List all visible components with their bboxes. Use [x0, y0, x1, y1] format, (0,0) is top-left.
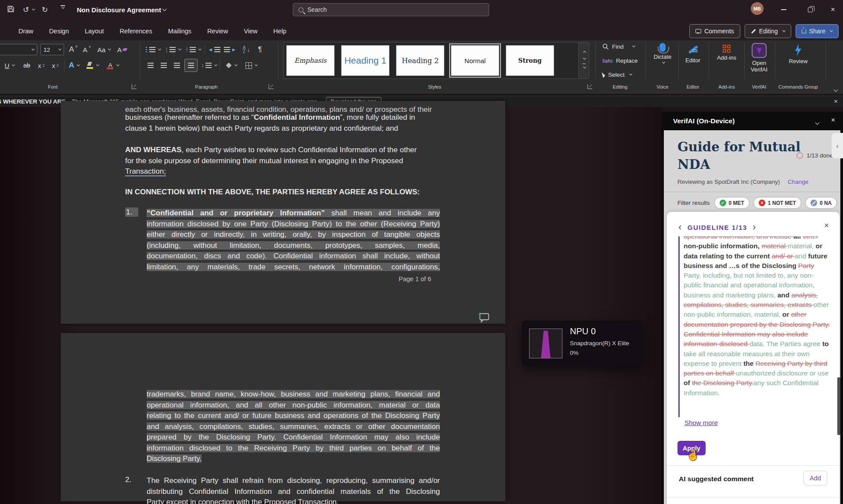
tab-draw[interactable]: Draw: [12, 25, 40, 37]
chevron-down-icon: [77, 63, 80, 66]
numbering-button[interactable]: 123: [165, 44, 182, 55]
divider: [667, 465, 839, 466]
document-page-1[interactable]: each other's business, assets, financial…: [61, 101, 505, 324]
font-color-button[interactable]: A: [104, 60, 121, 71]
restore-button[interactable]: [800, 0, 820, 19]
clear-formatting-button[interactable]: A: [115, 44, 129, 55]
tab-review[interactable]: Review: [201, 25, 234, 37]
shrink-font-button[interactable]: A˅: [81, 44, 93, 55]
editing-mode-button[interactable]: Editing: [745, 24, 791, 38]
panel-close-icon[interactable]: ×: [831, 116, 835, 124]
prev-guideline-icon[interactable]: ‹: [678, 222, 682, 233]
shading-button[interactable]: [223, 60, 240, 71]
next-guideline-icon[interactable]: ›: [753, 222, 757, 233]
undo-button[interactable]: ↺: [23, 5, 35, 14]
panel-expand-tab[interactable]: ‹: [832, 133, 843, 158]
paragraph-dialog-launcher[interactable]: [269, 84, 274, 89]
panel-collapse-chevron-icon[interactable]: [814, 119, 819, 127]
show-formatting-button[interactable]: ¶: [255, 44, 265, 55]
add-comment-icon[interactable]: [477, 311, 490, 323]
highlight-color-button[interactable]: [84, 60, 101, 71]
tab-help[interactable]: Help: [267, 25, 293, 37]
borders-button[interactable]: [242, 60, 260, 71]
align-right-button[interactable]: [171, 60, 183, 71]
tab-layout[interactable]: Layout: [79, 25, 110, 37]
increase-indent-button[interactable]: ►: [223, 44, 237, 55]
document-page-2[interactable]: trademarks, brand name, know-how, busine…: [61, 333, 505, 501]
multilevel-list-icon: 1ai: [186, 47, 188, 52]
style-card-emphasis[interactable]: Emphasis: [286, 45, 335, 76]
styles-dialog-launcher[interactable]: [587, 84, 592, 89]
align-center-button[interactable]: [158, 60, 169, 71]
document-canvas[interactable]: each other's business, assets, financial…: [0, 107, 661, 504]
filter-pill-met[interactable]: ✓0 MET: [714, 197, 749, 209]
diff-segment-norm: of: [684, 379, 692, 386]
styles-gallery-more-button[interactable]: [578, 43, 589, 79]
minimize-button[interactable]: [774, 0, 794, 19]
subscript-button[interactable]: x2: [35, 60, 47, 71]
line-spacing-button[interactable]: ↕: [200, 60, 218, 71]
save-button[interactable]: [7, 5, 14, 13]
overflow-icon: [61, 5, 65, 9]
comments-button[interactable]: Comments: [689, 24, 740, 38]
diff-segment-del: other: [803, 236, 818, 240]
diff-segment-norm: the: [743, 360, 756, 367]
text-effects-button[interactable]: A: [67, 60, 82, 71]
tab-view[interactable]: View: [238, 25, 263, 37]
quick-access-overflow-button[interactable]: [61, 5, 65, 9]
undo-icon: ↺: [23, 5, 29, 14]
tab-mailings[interactable]: Mailings: [162, 25, 198, 37]
share-button[interactable]: Share: [796, 24, 839, 38]
dictate-button[interactable]: Dictate: [650, 43, 675, 64]
filter-pill-notmet[interactable]: ×1 NOT MET: [753, 197, 801, 209]
style-card-heading-2[interactable]: Heading 2: [396, 45, 444, 76]
change-link[interactable]: Change: [788, 179, 808, 185]
justify-button[interactable]: [184, 59, 198, 72]
font-size-combobox[interactable]: 12: [40, 44, 64, 55]
diff-segment-del: Party: [798, 262, 814, 269]
tab-references[interactable]: References: [114, 25, 159, 37]
filter-pill-na[interactable]: 0 NA: [805, 197, 837, 209]
ai-suggested-comment-label: AI suggested comment: [679, 475, 754, 483]
open-verifai-button[interactable]: Open VerifAI: [746, 43, 773, 73]
diff-segment-del: the Disclosing Party.: [692, 379, 753, 386]
addins-button[interactable]: Add-ins: [713, 45, 740, 61]
font-name-combobox[interactable]: [0, 44, 37, 55]
editor-button[interactable]: Editor: [681, 44, 705, 64]
avatar[interactable]: MB: [751, 2, 764, 15]
panel-scrollbar-thumb[interactable]: [837, 377, 840, 435]
style-card-heading-1[interactable]: Heading 1: [341, 45, 389, 76]
banner-close-icon[interactable]: ×: [834, 97, 838, 105]
redline-diff-container[interactable]: operational information, and include all…: [678, 236, 831, 417]
align-left-button[interactable]: [145, 60, 156, 71]
diff-segment-ins: and: [795, 252, 808, 260]
change-case-button[interactable]: Aa: [96, 44, 112, 55]
close-button[interactable]: ×: [823, 0, 843, 19]
underline-button[interactable]: U: [3, 60, 17, 71]
redo-button[interactable]: ↻: [42, 5, 48, 14]
add-comment-button[interactable]: Add: [803, 471, 827, 486]
group-label-verifai: VerifAI: [752, 84, 766, 89]
sort-button[interactable]: AZ↓: [240, 44, 253, 55]
strikethrough-button[interactable]: ab: [20, 60, 33, 71]
select-button[interactable]: Select: [602, 71, 632, 78]
style-card-normal[interactable]: Normal: [451, 45, 499, 76]
document-title[interactable]: Non Disclosure Agreement: [77, 6, 166, 14]
diff-segment-del: material: [761, 242, 787, 250]
grow-font-button[interactable]: A˄: [67, 44, 80, 55]
decrease-indent-button[interactable]: ◄: [207, 44, 221, 55]
bullets-button[interactable]: [145, 44, 162, 55]
collapse-ribbon-button[interactable]: [832, 86, 837, 94]
tab-design[interactable]: Design: [43, 25, 75, 37]
search-input[interactable]: Search: [293, 3, 489, 16]
find-button[interactable]: Find: [602, 43, 635, 50]
superscript-button[interactable]: x2: [49, 60, 61, 71]
multilevel-list-button[interactable]: 1ai: [185, 44, 202, 55]
group-label-paragraph: Paragraph: [195, 84, 217, 89]
style-card-strong[interactable]: Strong: [506, 45, 554, 76]
replace-button[interactable]: b⇄c Replace: [602, 57, 638, 64]
font-dialog-launcher[interactable]: [132, 84, 137, 89]
review-commands-button[interactable]: Review: [786, 44, 811, 64]
show-more-link[interactable]: Show more: [684, 419, 718, 426]
guideline-close-icon[interactable]: ×: [824, 221, 829, 230]
